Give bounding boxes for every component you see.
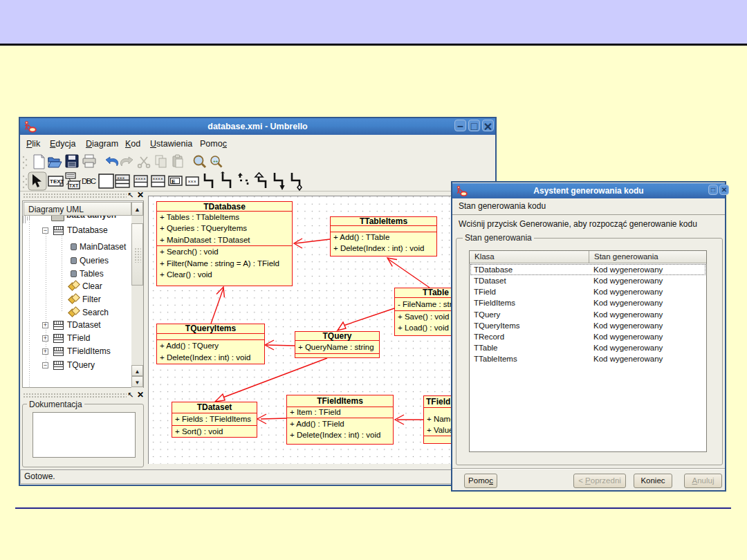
svg-text:TXT: TXT	[69, 183, 79, 188]
svg-text:×××: ×××	[117, 176, 125, 180]
svg-text:++: ++	[213, 159, 219, 163]
svg-text:E: E	[172, 178, 176, 185]
svg-text:××××: ××××	[153, 176, 163, 181]
svg-text:DBC: DBC	[82, 177, 96, 185]
svg-text:×××: ×××	[188, 179, 196, 184]
svg-text:TEXT: TEXT	[50, 178, 64, 185]
svg-text:××××: ××××	[136, 176, 146, 181]
